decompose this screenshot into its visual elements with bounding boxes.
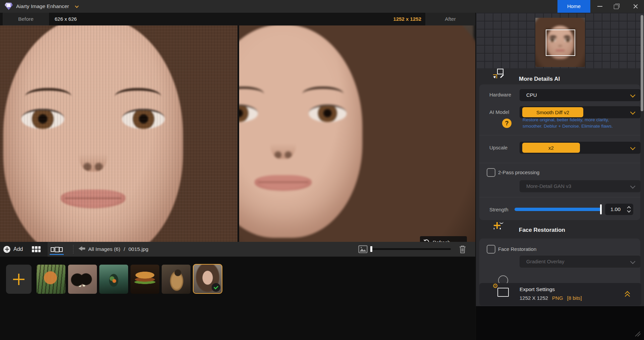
ai-model-label: AI Model [489, 109, 509, 115]
after-tab[interactable]: After [425, 13, 475, 25]
export-settings-info: 1252 X 1252 PNG [8 bits] [520, 295, 582, 301]
thumbnail-portrait-selected[interactable] [193, 264, 222, 294]
two-pass-checkbox[interactable] [487, 168, 495, 177]
add-image-tile[interactable] [6, 265, 32, 294]
close-icon [633, 4, 638, 9]
navigator-preview [476, 13, 644, 68]
thumbnail-terrarium[interactable] [99, 265, 128, 294]
restore-icon [614, 5, 619, 9]
app-logo-icon [5, 3, 13, 10]
filmstrip-view-icon [51, 247, 63, 252]
face-restoration-icon [497, 225, 506, 235]
back-button[interactable] [78, 246, 87, 253]
face-restoration-checkbox[interactable] [487, 245, 495, 254]
grid-view-icon [32, 246, 41, 252]
before-tab[interactable]: Before [3, 13, 49, 25]
export-size: 1252 X 1252 [520, 295, 548, 301]
hardware-dropdown[interactable]: CPU [520, 89, 641, 101]
face-restoration-dropdown[interactable]: Gradient Overlay [520, 256, 641, 268]
add-images-button[interactable]: Add [3, 242, 25, 257]
upscale-dropdown[interactable]: x2 [520, 142, 641, 154]
before-image[interactable] [0, 25, 237, 242]
model-help-line1: Restore original, better fidelity, more … [523, 117, 609, 122]
spin-down-icon[interactable] [627, 209, 631, 212]
thumbnail-tiger[interactable] [37, 265, 65, 294]
hardware-label: Hardware [489, 92, 511, 97]
strength-value-box[interactable]: 1.00 [605, 204, 633, 215]
compare-bar: Before 626 x 626 1252 x 1252 After [0, 13, 475, 25]
upscale-chevron-icon [630, 145, 636, 150]
more-details-icon [497, 74, 506, 84]
after-image[interactable] [239, 25, 475, 242]
breadcrumb: All Images (6) / 0015.jpg [88, 242, 148, 257]
face-restoration-checkbox-label: Face Restoration [498, 246, 536, 252]
image-viewer: Refresh 100% [0, 25, 475, 242]
filmstrip-active-underline [50, 254, 64, 255]
breadcrumb-group[interactable]: All Images (6) [88, 242, 120, 257]
breadcrumb-filename: 0015.jpg [128, 242, 148, 257]
strength-slider-handle[interactable] [600, 204, 602, 214]
grid-view-button[interactable] [30, 244, 43, 254]
title-bar: Aiarty Image Enhancer Home [0, 0, 644, 13]
breadcrumb-separator: / [124, 242, 125, 257]
processed-check-badge [212, 283, 220, 292]
section-divider [479, 197, 640, 197]
export-bit-depth: [8 bits] [567, 295, 582, 301]
gan-model-value: More-Detail GAN v3 [526, 180, 571, 192]
export-settings-title: Export Settings [520, 286, 555, 292]
pixelation-overlay [0, 25, 237, 242]
filmstrip-toolbar: Add All Images (6) / 0015.jpg [0, 242, 475, 257]
section-divider [479, 135, 640, 135]
more-details-title: More Details AI [519, 74, 560, 84]
face-restoration-dropdown-value: Gradient Overlay [526, 256, 564, 268]
navigator-viewport-rect[interactable] [546, 29, 575, 56]
app-title: Aiarty Image Enhancer [16, 0, 69, 13]
ai-model-chevron-icon [630, 110, 636, 115]
help-icon[interactable]: ? [502, 119, 512, 128]
strength-spinner[interactable] [627, 205, 631, 213]
export-collapse-button[interactable] [624, 290, 632, 298]
thumbnail-burger[interactable] [130, 265, 159, 294]
ai-model-value: Smooth Diff v2 [522, 107, 583, 117]
face-restoration-chevron-icon [630, 259, 636, 264]
strength-label: Strength [489, 207, 508, 212]
delete-button[interactable] [458, 245, 468, 254]
app-window: Aiarty Image Enhancer Home Before 626 x … [0, 0, 644, 340]
model-help-line2: smoother. Deblur + Denoise. Eliminate fl… [523, 124, 613, 129]
after-size: 1252 x 1252 [376, 13, 421, 25]
thumbnail-dog[interactable] [162, 265, 191, 294]
maximize-button[interactable] [609, 0, 624, 13]
thumbnail-size-slider-handle[interactable] [370, 246, 372, 252]
settings-panel: More Details AI Hardware CPU AI Model Sm… [475, 13, 644, 340]
filmstrip-area [0, 257, 475, 340]
upscale-value: x2 [522, 143, 580, 153]
export-format: PNG [552, 295, 563, 301]
home-button[interactable]: Home [557, 0, 590, 13]
plus-circle-icon [3, 246, 10, 253]
hardware-chevron-icon [630, 92, 636, 98]
window-resize-grip[interactable] [634, 330, 642, 337]
close-button[interactable] [627, 0, 644, 13]
section-divider [479, 163, 640, 163]
thumbnail-size-slider[interactable] [371, 248, 451, 250]
strength-slider[interactable] [515, 208, 602, 211]
gan-chevron-icon [630, 184, 636, 189]
thumbnail-butterfly[interactable] [68, 265, 97, 294]
filmstrip-view-button[interactable] [49, 244, 64, 254]
gear-icon: ⚙ [492, 283, 498, 289]
gan-model-dropdown[interactable]: More-Detail GAN v3 [520, 180, 641, 192]
strength-value: 1.00 [605, 204, 626, 215]
app-menu-chevron-icon[interactable] [75, 4, 78, 8]
export-settings-icon: ⚙ [497, 288, 511, 300]
two-pass-label: 2-Pass processing [498, 169, 539, 175]
hardware-value: CPU [526, 89, 537, 101]
minimize-button[interactable] [592, 0, 607, 13]
panel-scrollbar[interactable] [641, 15, 643, 111]
ai-model-dropdown[interactable]: Smooth Diff v2 [520, 106, 641, 118]
navigator-thumbnail[interactable] [535, 18, 585, 67]
export-buttons-area: Single Export Batch Export [476, 306, 644, 340]
more-details-section: Hardware CPU AI Model Smooth Diff v2 ? R… [479, 84, 640, 220]
face-restoration-title: Face Restoration [519, 225, 565, 235]
export-settings-bar[interactable]: ⚙ Export Settings 1252 X 1252 PNG [8 bit… [479, 283, 641, 305]
toolbar-separator [73, 245, 73, 254]
